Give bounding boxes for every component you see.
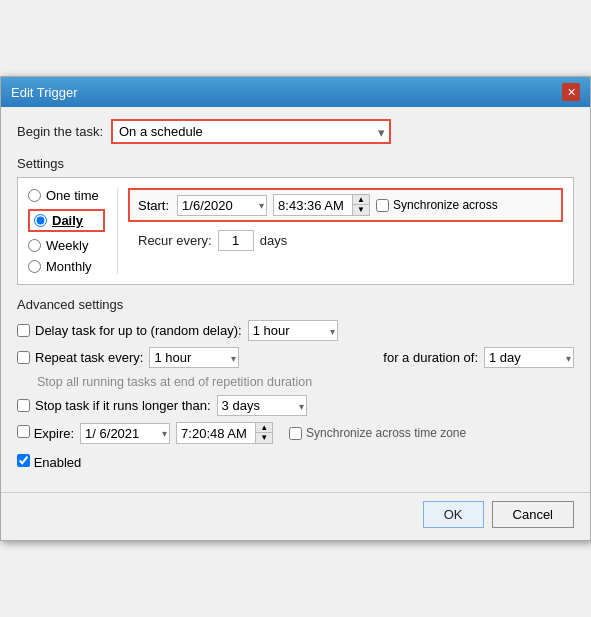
delay-select[interactable]: 1 hour 30 minutes 2 hours xyxy=(248,320,338,341)
sync-tz-area: Synchronize across time zone xyxy=(289,426,466,440)
recur-label: Recur every: xyxy=(138,233,212,248)
dialog-body: Begin the task: On a schedule At log on … xyxy=(1,107,590,492)
sync-tz-checkbox[interactable] xyxy=(289,427,302,440)
radio-weekly-input[interactable] xyxy=(28,239,41,252)
expire-time-wrapper: ▲ ▼ xyxy=(176,422,273,444)
ok-button[interactable]: OK xyxy=(423,501,484,528)
radio-monthly-label: Monthly xyxy=(46,259,92,274)
radio-one-time-label: One time xyxy=(46,188,99,203)
start-time-input[interactable] xyxy=(274,196,352,215)
duration-area: for a duration of: 1 day 2 days xyxy=(383,347,574,368)
edit-trigger-dialog: Edit Trigger ✕ Begin the task: On a sche… xyxy=(0,76,591,541)
begin-task-row: Begin the task: On a schedule At log on … xyxy=(17,119,574,144)
repeat-select-wrapper: 1 hour 30 minutes 2 hours xyxy=(149,347,239,368)
radio-monthly-input[interactable] xyxy=(28,260,41,273)
recur-row: Recur every: days xyxy=(128,230,563,251)
close-button[interactable]: ✕ xyxy=(562,83,580,101)
delay-select-wrapper: 1 hour 30 minutes 2 hours xyxy=(248,320,338,341)
cancel-button[interactable]: Cancel xyxy=(492,501,574,528)
radio-monthly[interactable]: Monthly xyxy=(28,259,105,274)
sync-tz-label: Synchronize across time zone xyxy=(306,426,466,440)
begin-task-select-wrapper: On a schedule At log on At startup On id… xyxy=(111,119,391,144)
time-input-wrapper: ▲ ▼ xyxy=(273,194,370,216)
radio-weekly[interactable]: Weekly xyxy=(28,238,105,253)
duration-label: for a duration of: xyxy=(383,350,478,365)
stop-running-row: Stop all running tasks at end of repetit… xyxy=(17,374,574,389)
title-bar: Edit Trigger ✕ xyxy=(1,77,590,107)
stop-running-label: Stop all running tasks at end of repetit… xyxy=(37,375,312,389)
expire-time-spinner: ▲ ▼ xyxy=(255,423,272,443)
advanced-label: Advanced settings xyxy=(17,297,574,312)
stop-longer-checkbox[interactable] xyxy=(17,399,30,412)
repeat-task-text: Repeat task every: xyxy=(35,350,143,365)
begin-task-select[interactable]: On a schedule At log on At startup On id… xyxy=(111,119,391,144)
expire-date-select[interactable]: 1/ 6/2021 xyxy=(80,423,170,444)
radio-daily[interactable]: Daily xyxy=(28,209,105,232)
stop-longer-select[interactable]: 3 days 1 day 2 hours xyxy=(217,395,307,416)
delay-task-row: Delay task for up to (random delay): 1 h… xyxy=(17,320,574,341)
radio-daily-input[interactable] xyxy=(34,214,47,227)
enabled-row: Enabled xyxy=(17,454,574,470)
expire-label[interactable]: Expire: xyxy=(17,425,74,441)
repeat-task-checkbox[interactable] xyxy=(17,351,30,364)
repeat-select[interactable]: 1 hour 30 minutes 2 hours xyxy=(149,347,239,368)
repeat-task-row: Repeat task every: 1 hour 30 minutes 2 h… xyxy=(17,347,574,368)
sync-checkbox-label[interactable]: Synchronize across xyxy=(376,198,498,212)
expire-time-down-button[interactable]: ▼ xyxy=(256,433,272,443)
enabled-text: Enabled xyxy=(34,455,82,470)
radio-one-time[interactable]: One time xyxy=(28,188,105,203)
advanced-section: Advanced settings Delay task for up to (… xyxy=(17,297,574,470)
delay-task-checkbox[interactable] xyxy=(17,324,30,337)
stop-longer-text: Stop task if it runs longer than: xyxy=(35,398,211,413)
delay-task-text: Delay task for up to (random delay): xyxy=(35,323,242,338)
dialog-title: Edit Trigger xyxy=(11,85,77,100)
enabled-label[interactable]: Enabled xyxy=(17,454,81,470)
time-up-button[interactable]: ▲ xyxy=(353,195,369,205)
stop-longer-select-wrapper: 3 days 1 day 2 hours xyxy=(217,395,307,416)
enabled-checkbox[interactable] xyxy=(17,454,30,467)
duration-select[interactable]: 1 day 2 days xyxy=(484,347,574,368)
radio-group: One time Daily Weekly Monthly xyxy=(28,188,118,274)
sync-label: Synchronize across xyxy=(393,198,498,212)
expire-checkbox[interactable] xyxy=(17,425,30,438)
expire-time-up-button[interactable]: ▲ xyxy=(256,423,272,433)
time-spinner: ▲ ▼ xyxy=(352,195,369,215)
recur-unit: days xyxy=(260,233,287,248)
time-down-button[interactable]: ▼ xyxy=(353,205,369,215)
duration-select-wrapper: 1 day 2 days xyxy=(484,347,574,368)
expire-date-wrapper: 1/ 6/2021 xyxy=(80,423,170,444)
settings-area: One time Daily Weekly Monthly xyxy=(17,177,574,285)
radio-daily-label: Daily xyxy=(52,213,83,228)
settings-section-label: Settings xyxy=(17,156,574,171)
start-row: Start: 1/6/2020 ▲ ▼ xyxy=(128,188,563,222)
recur-input[interactable] xyxy=(218,230,254,251)
settings-right: Start: 1/6/2020 ▲ ▼ xyxy=(128,188,563,274)
stop-longer-label[interactable]: Stop task if it runs longer than: xyxy=(17,398,211,413)
radio-one-time-input[interactable] xyxy=(28,189,41,202)
expire-row: Expire: 1/ 6/2021 ▲ ▼ Synchronize xyxy=(17,422,574,444)
buttons-row: OK Cancel xyxy=(1,492,590,540)
start-date-select[interactable]: 1/6/2020 xyxy=(177,195,267,216)
date-select-wrapper: 1/6/2020 xyxy=(177,195,267,216)
stop-longer-row: Stop task if it runs longer than: 3 days… xyxy=(17,395,574,416)
sync-checkbox[interactable] xyxy=(376,199,389,212)
begin-task-label: Begin the task: xyxy=(17,124,103,139)
repeat-task-label[interactable]: Repeat task every: xyxy=(17,350,143,365)
expire-time-input[interactable] xyxy=(177,424,255,443)
start-label: Start: xyxy=(138,198,169,213)
delay-task-label[interactable]: Delay task for up to (random delay): xyxy=(17,323,242,338)
expire-text: Expire: xyxy=(34,426,74,441)
radio-weekly-label: Weekly xyxy=(46,238,88,253)
